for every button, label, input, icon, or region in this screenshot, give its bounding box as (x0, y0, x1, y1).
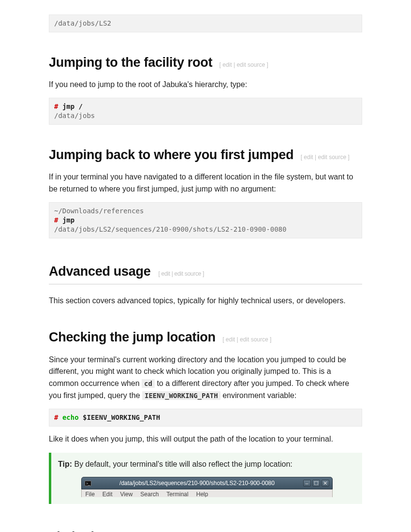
edit-source-link[interactable]: edit source (175, 270, 201, 277)
minimize-icon[interactable]: – (303, 480, 311, 487)
heading-text: Limitations (49, 530, 117, 532)
edit-source-link[interactable]: edit source (236, 61, 265, 68)
edit-source-link[interactable]: edit source (318, 154, 346, 161)
tip-box: Tip: By default, your terminal's title w… (49, 453, 362, 504)
window-buttons: – ☐ ✕ (303, 480, 329, 487)
code-output: /data/jobs/LS2 (54, 19, 111, 27)
heading-check-location: Checking the jump location (49, 330, 216, 344)
inline-code-env: IEENV_WORKING_PATH (142, 391, 220, 400)
code-output: /data/jobs (54, 112, 95, 119)
heading-facility-root: Jumping to the facility root (49, 55, 212, 70)
code-block: ~/Downloads/references # jmp /data/jobs/… (49, 202, 362, 238)
prompt-hash: # (54, 414, 58, 421)
paragraph: Like it does when you jump, this will ou… (49, 433, 362, 445)
inline-code-cd: cd (142, 379, 155, 388)
menu-file[interactable]: File (86, 491, 95, 497)
prompt-hash: # (54, 216, 58, 224)
edit-links: [ edit | edit source ] (222, 336, 271, 343)
heading-limitations: Limitations [ edit | edit source ] (49, 527, 362, 532)
terminal-screenshot: >_ /data/jobs/LS2/sequences/210-900/shot… (81, 477, 333, 497)
heading-jump-back: Jumping back to where you first jumped (49, 148, 294, 162)
paragraph: If in your terminal you have navigated t… (49, 171, 362, 195)
edit-links: [ edit | edit source ] (155, 270, 204, 277)
text-run: environment variable: (220, 391, 296, 399)
menu-search[interactable]: Search (140, 491, 159, 497)
tip-label: Tip: (58, 460, 72, 468)
code-output: /data/jobs/LS2/sequences/210-0900/shots/… (54, 225, 286, 233)
command-text: jmp / (62, 103, 83, 110)
command-text: jmp (62, 216, 74, 224)
edit-source-link[interactable]: edit source (240, 336, 268, 343)
menu-terminal[interactable]: Terminal (166, 491, 188, 497)
maximize-icon[interactable]: ☐ (312, 480, 320, 487)
code-block: # echo $IEENV_WORKING_PATH (49, 409, 362, 427)
paragraph: If you need to jump to the root of Jabuk… (49, 79, 362, 91)
terminal-title-text: /data/jobs/LS2/sequences/210-900/shots/L… (91, 479, 303, 488)
terminal-menubar: FileEditViewSearchTerminalHelp (81, 489, 333, 497)
edit-link[interactable]: edit (226, 336, 235, 343)
menu-edit[interactable]: Edit (103, 491, 113, 497)
terminal-app-icon: >_ (85, 481, 91, 486)
paragraph: Since your terminal's current working di… (49, 354, 362, 402)
tip-text: Tip: By default, your terminal's title w… (58, 458, 355, 470)
command-arg: $IEENV_WORKING_PATH (83, 414, 160, 421)
edit-link[interactable]: edit (222, 61, 232, 68)
heading-text: Advanced usage (49, 264, 150, 279)
text-run: By default, your terminal's title will a… (72, 460, 293, 468)
command-keyword: echo (62, 414, 79, 421)
menu-help[interactable]: Help (196, 491, 208, 497)
terminal-titlebar: >_ /data/jobs/LS2/sequences/210-900/shot… (81, 477, 333, 489)
code-block: # jmp / /data/jobs (49, 98, 362, 125)
menu-view[interactable]: View (120, 491, 133, 497)
edit-links: [ edit | edit source ] (220, 61, 268, 68)
code-output: ~/Downloads/references (54, 207, 144, 215)
edit-links: [ edit | edit source ] (301, 154, 350, 161)
heading-advanced-usage: Advanced usage [ edit | edit source ] (49, 262, 362, 285)
prompt-hash: # (54, 103, 58, 110)
close-icon[interactable]: ✕ (322, 480, 329, 487)
edit-link[interactable]: edit (161, 270, 170, 277)
code-block: /data/jobs/LS2 (49, 15, 362, 32)
edit-link[interactable]: edit (304, 154, 313, 161)
paragraph: This section covers advanced topics, typ… (49, 295, 362, 307)
